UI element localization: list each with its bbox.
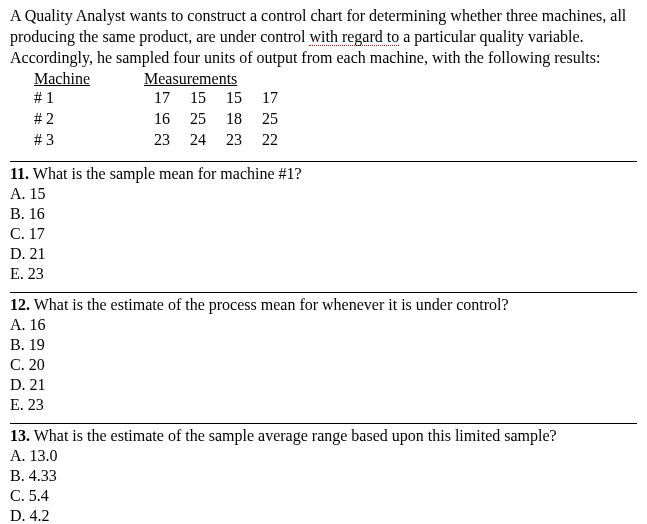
- option-d: D. 4.2: [10, 506, 637, 524]
- table-row: # 3 23 24 23 22: [34, 130, 637, 151]
- option-a: A. 15: [10, 184, 637, 204]
- question-body: What is the sample mean for machine #1?: [29, 165, 302, 182]
- table-row: # 1 17 15 15 17: [34, 88, 637, 109]
- option-b: B. 19: [10, 335, 637, 355]
- machine-label: # 3: [34, 130, 134, 151]
- cell: 17: [134, 88, 170, 109]
- intro-dotted: with regard to: [309, 28, 399, 46]
- question-12: 12. What is the estimate of the process …: [10, 292, 637, 415]
- question-number: 12.: [10, 296, 30, 313]
- cell: 22: [242, 130, 278, 151]
- option-b: B. 16: [10, 204, 637, 224]
- question-text: 11. What is the sample mean for machine …: [10, 164, 637, 184]
- cell: 24: [170, 130, 206, 151]
- machine-label: # 2: [34, 109, 134, 130]
- header-machine: Machine: [34, 70, 144, 88]
- header-measurements: Measurements: [144, 70, 237, 88]
- option-e: E. 23: [10, 395, 637, 415]
- cell: 18: [206, 109, 242, 130]
- table-row: # 2 16 25 18 25: [34, 109, 637, 130]
- cell: 25: [242, 109, 278, 130]
- question-number: 13.: [10, 427, 30, 444]
- option-e: E. 23: [10, 264, 637, 284]
- machine-label: # 1: [34, 88, 134, 109]
- cell: 23: [206, 130, 242, 151]
- intro-text: A Quality Analyst wants to construct a c…: [10, 6, 637, 68]
- option-c: C. 20: [10, 355, 637, 375]
- data-table: Machine Measurements # 1 17 15 15 17 # 2…: [34, 70, 637, 150]
- option-d: D. 21: [10, 375, 637, 395]
- cell: 25: [170, 109, 206, 130]
- cell: 15: [170, 88, 206, 109]
- option-c: C. 5.4: [10, 486, 637, 506]
- question-11: 11. What is the sample mean for machine …: [10, 161, 637, 284]
- cell: 15: [206, 88, 242, 109]
- option-d: D. 21: [10, 244, 637, 264]
- cell: 23: [134, 130, 170, 151]
- table-header: Machine Measurements: [34, 70, 637, 88]
- option-c: C. 17: [10, 224, 637, 244]
- option-a: A. 16: [10, 315, 637, 335]
- question-text: 13. What is the estimate of the sample a…: [10, 426, 637, 446]
- cell: 17: [242, 88, 278, 109]
- question-body: What is the estimate of the sample avera…: [30, 427, 557, 444]
- option-a: A. 13.0: [10, 446, 637, 466]
- question-text: 12. What is the estimate of the process …: [10, 295, 637, 315]
- question-13: 13. What is the estimate of the sample a…: [10, 423, 637, 524]
- option-b: B. 4.33: [10, 466, 637, 486]
- cell: 16: [134, 109, 170, 130]
- question-body: What is the estimate of the process mean…: [30, 296, 509, 313]
- question-number: 11.: [10, 165, 29, 182]
